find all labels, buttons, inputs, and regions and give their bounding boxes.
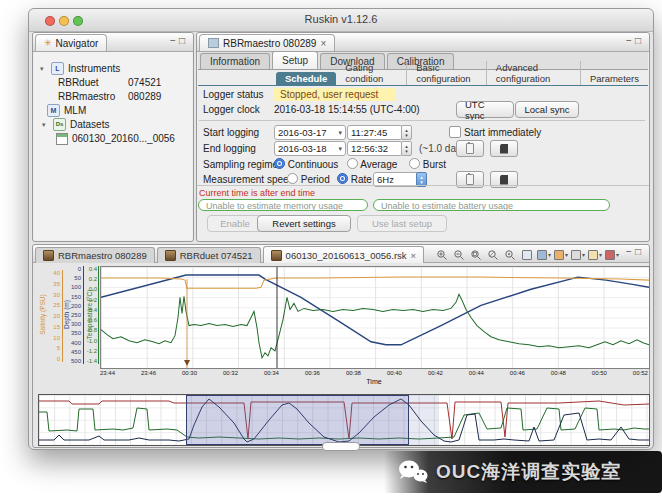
subtab-advanced-configuration[interactable]: Advanced configuration — [487, 61, 581, 85]
start-time-stepper[interactable]: ▴▾ — [401, 125, 412, 140]
salinity-axis-ticks: 4035302520151050 — [46, 270, 63, 362]
enable-button[interactable]: Enable — [207, 215, 263, 232]
utc-sync-button[interactable]: UTC sync — [456, 101, 514, 118]
tree-item-rbrmaestro[interactable]: RBRmaestro 080289 — [58, 90, 188, 103]
navigator-tab[interactable]: ✳ Navigator — [35, 34, 107, 51]
axis-tick-label: 400 — [64, 340, 81, 346]
sampling-radio-burst[interactable]: Burst — [409, 158, 446, 170]
editor-header: RBRmaestro 080289 × −□ — [197, 33, 649, 52]
end-date-combobox[interactable]: 2016-03-18▾ — [274, 141, 346, 156]
axis-tick-label: 40 — [46, 270, 60, 276]
instrument-name: RBRmaestro — [58, 91, 115, 102]
axis-tick-label: 0 — [64, 266, 81, 272]
threshold-options-button[interactable]: ▾ — [588, 248, 602, 261]
tab-dataset-rsk[interactable]: 060130_20160613_0056.rsk× — [263, 246, 425, 263]
axis-tick-label: 0 — [46, 356, 60, 362]
chevron-down-icon: ▾ — [338, 145, 342, 153]
instrument-window-icon — [208, 38, 219, 48]
logger-status-label: Logger status — [203, 89, 264, 100]
plot-panel-buttons[interactable]: −□ — [626, 246, 644, 257]
revert-settings-button[interactable]: Revert settings — [257, 215, 351, 232]
dataset-file-label: 060130_20160..._0056 — [72, 133, 175, 144]
speed-radio-period[interactable]: Period — [287, 173, 330, 185]
axis-tick-label: 450 — [64, 349, 81, 355]
event-marker-icon[interactable] — [184, 360, 190, 366]
radio-selected-icon — [274, 158, 285, 169]
main-plot-area[interactable] — [100, 266, 650, 369]
expander-icon[interactable]: ▾ — [42, 121, 49, 129]
marker-options-button[interactable]: ▾ — [554, 248, 568, 261]
zoom-fit-icon[interactable] — [486, 248, 500, 261]
subtab-gating-condition[interactable]: Gating condition — [336, 61, 407, 85]
tab-rbrmaestro[interactable]: RBRmaestro 080289 — [35, 247, 155, 263]
navigator-panel: ✳ Navigator −□ ▾ L Instruments RBRduet 0… — [32, 32, 194, 242]
start-date-combobox[interactable]: 2016-03-17▾ — [274, 125, 346, 140]
local-sync-button[interactable]: Local sync — [515, 101, 579, 118]
start-logging-label: Start logging — [203, 127, 259, 138]
time-tick-label: 00:32 — [223, 370, 238, 376]
zoom-reset-icon[interactable] — [503, 248, 517, 261]
navigator-panel-buttons[interactable]: −□ — [170, 35, 188, 46]
editor-panel: RBRmaestro 080289 × −□ Information Setup… — [196, 32, 650, 242]
tree-group-datasets[interactable]: ▾ Ds Datasets — [42, 118, 109, 131]
zoom-out-icon[interactable] — [452, 248, 466, 261]
time-tick-label: 00:34 — [264, 370, 279, 376]
memory-estimate-button[interactable] — [490, 140, 518, 157]
tree-item-dataset-file[interactable]: 060130_20160..._0056 — [56, 132, 175, 145]
tab-rbrduet[interactable]: RBRduet 074521 — [157, 247, 261, 263]
axis-tick-label: 50 — [64, 275, 81, 281]
tree-group-instruments[interactable]: ▾ L Instruments — [40, 62, 120, 75]
speed-radio-rate[interactable]: Rate — [337, 173, 372, 185]
axis-tick-label: -1.2 — [84, 348, 97, 354]
use-last-setup-button[interactable]: Use last setup — [357, 215, 447, 232]
end-time-stepper[interactable]: ▴▾ — [401, 141, 412, 156]
axis-tick-label: 30 — [46, 292, 60, 298]
subtab-parameters[interactable]: Parameters — [581, 72, 648, 85]
sampling-radio-average[interactable]: Average — [347, 158, 397, 170]
radio-icon — [287, 173, 298, 184]
mlm-label: MLM — [64, 105, 86, 116]
axis-tick-label: 25 — [46, 302, 60, 308]
temperature-axis-ticks: 0.40.20.0-0.2-0.4-0.6-0.8-1.0-1.2-1.4 — [84, 266, 99, 364]
time-axis-ticks: 23:4423:4600:3000:3200:3400:3600:3800:40… — [100, 370, 648, 376]
table-view-button[interactable]: ▾ — [571, 248, 585, 261]
close-tab-icon[interactable]: × — [411, 250, 417, 261]
plot-style-button[interactable]: ▾ — [537, 248, 551, 261]
close-tab-icon[interactable]: × — [320, 38, 326, 49]
subtab-basic-configuration[interactable]: Basic configuration — [407, 61, 487, 85]
tab-setup[interactable]: Setup — [272, 51, 318, 69]
setup-subtab-bar: Schedule Gating condition Basic configur… — [198, 70, 648, 86]
start-immediately-checkbox[interactable] — [449, 126, 461, 138]
editor-tab[interactable]: RBRmaestro 080289 × — [199, 34, 335, 51]
time-warning-text: Current time is after end time — [199, 188, 315, 198]
zoom-in-icon[interactable] — [435, 248, 449, 261]
sampling-radio-continuous[interactable]: Continuous — [274, 158, 338, 170]
axis-tick-label: 0.0 — [84, 286, 97, 292]
time-tick-label: 00:30 — [182, 370, 197, 376]
axis-tick-label: -0.4 — [84, 307, 97, 313]
overview-plot-area[interactable] — [38, 394, 650, 446]
tab-information[interactable]: Information — [200, 53, 270, 69]
axis-tick-label: 350 — [64, 330, 81, 336]
time-tick-label: 00:48 — [551, 370, 566, 376]
zoom-region-icon[interactable] — [469, 248, 483, 261]
export-image-button[interactable]: ▾ — [605, 248, 619, 261]
splitter-handle[interactable] — [322, 442, 360, 451]
tree-item-rbrduet[interactable]: RBRduet 074521 — [58, 76, 188, 89]
end-time-field[interactable]: 12:56:32 — [347, 141, 403, 156]
datasets-icon: Ds — [53, 118, 66, 131]
main-plot-svg — [101, 267, 649, 368]
subtab-schedule[interactable]: Schedule — [276, 72, 336, 85]
datasets-group-label: Datasets — [70, 119, 109, 130]
start-time-field[interactable]: 11:27:45 — [347, 125, 403, 140]
titlebar[interactable]: Ruskin v1.12.6 — [29, 9, 653, 32]
editor-panel-buttons[interactable]: −□ — [626, 35, 644, 46]
battery-estimate-button[interactable] — [456, 140, 484, 157]
selection-region[interactable] — [186, 395, 409, 445]
instrument-serial: 080289 — [128, 91, 161, 102]
expander-icon[interactable]: ▾ — [40, 65, 47, 73]
navigator-tree: ▾ L Instruments RBRduet 074521 RBRmaestr… — [34, 52, 192, 240]
time-tick-label: 23:44 — [100, 370, 115, 376]
tree-item-mlm[interactable]: M MLM — [47, 104, 86, 117]
channel-list-button[interactable] — [520, 248, 534, 261]
